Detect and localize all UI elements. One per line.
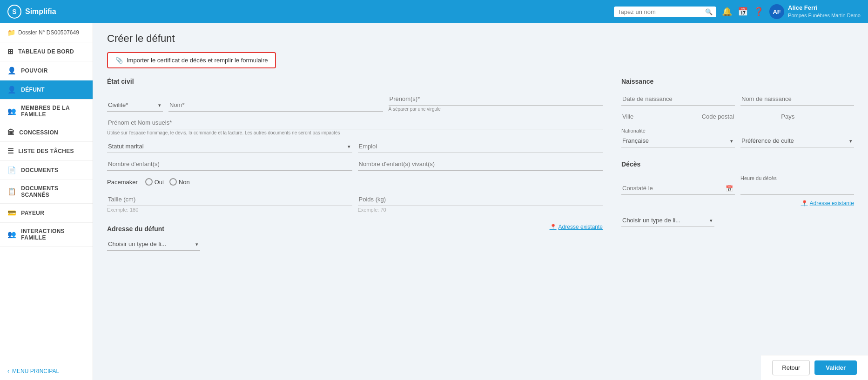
folder-icon: 📁 xyxy=(7,29,15,36)
heure-deces-label: Heure du décès xyxy=(740,175,854,181)
pacemaker-row: Pacemaker Oui Non xyxy=(107,175,603,188)
poids-input[interactable] xyxy=(358,193,603,206)
sidebar-item-membres-famille[interactable]: 👥 MEMBRES DE LA FAMILLE xyxy=(0,100,93,123)
nationalite-label: Nationalité xyxy=(621,128,735,133)
deces-type-select[interactable]: Choisir un type de li... xyxy=(621,214,714,227)
pouvoir-icon: 👤 xyxy=(7,67,16,75)
heure-deces-input[interactable]: --:-- xyxy=(740,182,854,195)
famille-icon: 👥 xyxy=(7,107,16,115)
app-logo: S Simplifia xyxy=(7,5,56,19)
sidebar-item-pouvoir[interactable]: 👤 POUVOIR xyxy=(0,61,93,80)
user-menu[interactable]: AF Alice Ferri Pompes Funèbres Martin De… xyxy=(769,4,861,19)
sidebar-item-concession[interactable]: 🏛 CONCESSION xyxy=(0,123,93,142)
sidebar-item-defunt[interactable]: 👤 DÉFUNT xyxy=(0,80,93,100)
emploi-input[interactable] xyxy=(358,140,603,153)
etat-civil-title: État civil xyxy=(107,78,603,85)
sidebar-item-tableau-de-bord[interactable]: ⊞ TABLEAU DE BORD xyxy=(0,42,93,61)
pacemaker-non-radio[interactable] xyxy=(169,178,177,186)
date-naissance-input[interactable] xyxy=(621,93,735,106)
dossier-label: 📁 Dossier N° DS00507649 xyxy=(0,23,93,42)
prenom-hint: À séparer par une virgule xyxy=(389,107,603,112)
adresse-type-select[interactable]: Choisir un type de li... xyxy=(107,238,200,251)
sidebar: 📁 Dossier N° DS00507649 ⊞ TABLEAU DE BOR… xyxy=(0,23,93,380)
dashboard-icon: ⊞ xyxy=(7,47,13,56)
naissance-title: Naissance xyxy=(621,78,854,85)
pacemaker-oui-radio[interactable] xyxy=(145,178,153,186)
page-title: Créer le défunt xyxy=(107,33,854,45)
calendar-deces-icon[interactable]: 📅 xyxy=(726,185,733,192)
statut-marital-select[interactable]: Statut marital Célibataire Marié(e) Veuf… xyxy=(107,140,352,153)
taille-input[interactable] xyxy=(107,193,352,206)
civilite-select[interactable]: Civilité* M. Mme xyxy=(107,99,163,112)
ville-naissance-input[interactable] xyxy=(621,110,695,123)
defunt-icon: 👤 xyxy=(7,86,16,94)
paperclip-icon: 📎 xyxy=(115,57,123,64)
taches-icon: ☰ xyxy=(7,147,13,155)
pays-naissance-input[interactable] xyxy=(780,110,854,123)
interactions-icon: 👥 xyxy=(7,230,16,239)
deces-adresse-existante-link[interactable]: 📍 Adresse existante xyxy=(801,200,854,207)
retour-button[interactable]: Retour xyxy=(772,360,810,375)
sidebar-item-label: DOCUMENTS SCANNÉS xyxy=(21,185,85,198)
sidebar-item-payeur[interactable]: 💳 PAYEUR xyxy=(0,204,93,223)
concession-icon: 🏛 xyxy=(7,128,14,136)
sidebar-item-label: TABLEAU DE BORD xyxy=(18,48,74,55)
menu-principal-link[interactable]: ‹ MENU PRINCIPAL xyxy=(0,362,93,380)
preference-culte-select[interactable]: Préférence de culte xyxy=(740,134,854,147)
main-content: Créer le défunt 📎 Importer le certificat… xyxy=(93,23,868,380)
calendar-icon[interactable]: 📅 xyxy=(738,7,748,17)
sidebar-item-liste-taches[interactable]: ☰ LISTE DES TÂCHES xyxy=(0,142,93,161)
adresse-section: Adresse du défunt 📍 Adresse existante Ch… xyxy=(107,224,603,251)
avatar: AF xyxy=(769,4,784,19)
sidebar-item-label: PAYEUR xyxy=(21,210,44,216)
pacemaker-non-option[interactable]: Non xyxy=(169,178,190,186)
taille-example: Exemple: 180 xyxy=(107,207,352,213)
scan-icon: 📋 xyxy=(7,187,16,196)
location-pin-deces-icon: 📍 xyxy=(801,200,808,207)
logo-circle: S xyxy=(7,5,21,19)
notification-icon[interactable]: 🔔 xyxy=(722,7,732,17)
app-name: Simplifia xyxy=(25,7,56,16)
sidebar-item-interactions-famille[interactable]: 👥 INTERACTIONS FAMILLE xyxy=(0,223,93,247)
nationalite-select[interactable]: Française xyxy=(621,134,735,147)
location-pin-icon: 📍 xyxy=(550,224,557,230)
pacemaker-label: Pacemaker xyxy=(107,179,138,186)
documents-icon: 📄 xyxy=(7,166,16,174)
bottom-bar: Retour Valider xyxy=(761,355,868,380)
search-icon[interactable]: 🔍 xyxy=(705,8,713,15)
code-postal-naissance-input[interactable] xyxy=(701,110,775,123)
deces-title: Décès xyxy=(621,160,854,168)
sidebar-item-label: INTERACTIONS FAMILLE xyxy=(21,228,85,241)
sidebar-item-documents[interactable]: 📄 DOCUMENTS xyxy=(0,161,93,180)
import-certificat-button[interactable]: 📎 Importer le certificat de décès et rem… xyxy=(107,52,276,68)
topnav: S Simplifia 🔍 🔔 📅 ❓ AF Alice Ferri Pompe… xyxy=(0,0,868,23)
search-bar[interactable]: 🔍 xyxy=(614,7,716,17)
adresse-existante-link[interactable]: 📍 Adresse existante xyxy=(550,224,603,230)
chevron-left-icon: ‹ xyxy=(7,368,9,374)
prenom-nom-usuels-input[interactable] xyxy=(107,116,603,129)
sidebar-item-label: LISTE DES TÂCHES xyxy=(18,148,74,154)
pacemaker-oui-option[interactable]: Oui xyxy=(145,178,164,186)
sidebar-item-label: MEMBRES DE LA FAMILLE xyxy=(21,105,85,118)
adresse-title: Adresse du défunt xyxy=(107,225,164,233)
sidebar-item-label: DÉFUNT xyxy=(21,87,44,93)
help-icon[interactable]: ❓ xyxy=(754,7,764,17)
poids-example: Exemple: 70 xyxy=(358,207,603,213)
valider-button[interactable]: Valider xyxy=(814,360,857,375)
sidebar-item-documents-scannes[interactable]: 📋 DOCUMENTS SCANNÉS xyxy=(0,180,93,204)
prenom-nom-hint: Utilisé sur l'espace hommage, le devis, … xyxy=(107,130,603,135)
nom-input[interactable] xyxy=(168,99,383,112)
constate-le-input[interactable] xyxy=(621,182,735,195)
user-name: Alice Ferri xyxy=(788,4,861,12)
prenom-input[interactable] xyxy=(389,93,603,106)
sidebar-item-label: CONCESSION xyxy=(19,129,58,136)
search-input[interactable] xyxy=(618,8,702,15)
sidebar-item-label: POUVOIR xyxy=(21,67,47,74)
nombre-enfants-vivants-input[interactable] xyxy=(358,158,603,171)
nom-naissance-input[interactable] xyxy=(740,93,854,106)
nombre-enfants-input[interactable] xyxy=(107,158,352,171)
sidebar-item-label: DOCUMENTS xyxy=(21,167,58,173)
payeur-icon: 💳 xyxy=(7,209,16,217)
user-company: Pompes Funèbres Martin Demo xyxy=(788,12,861,19)
